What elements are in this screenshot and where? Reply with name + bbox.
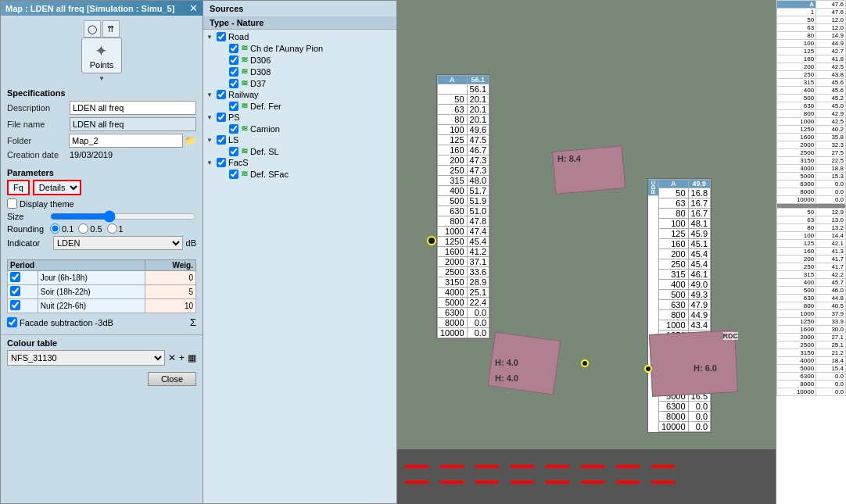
tree-cb-d37[interactable]: [229, 79, 238, 88]
color-palette-button[interactable]: ▦: [188, 352, 196, 363]
tree-item-road[interactable]: ▼ Road: [205, 31, 395, 42]
tree-label-camion: Camion: [250, 124, 280, 134]
arrow-down-icon: ▼: [99, 75, 105, 82]
tree-item-camion[interactable]: ≋ Camion: [217, 123, 395, 134]
h-label-4: H: 6.0: [694, 363, 717, 373]
right-freq: 1600: [777, 326, 816, 334]
center-table-row: 10049.6: [438, 125, 489, 135]
color-delete-button[interactable]: ✕: [168, 352, 176, 363]
center-val: 41.2: [467, 247, 489, 257]
tree-item-d308[interactable]: ≋ D308: [217, 66, 395, 77]
facade-label[interactable]: Facade subtraction -3dB: [7, 317, 113, 327]
rounding-01-radio[interactable]: [50, 223, 60, 234]
tree-children-railway: ≋ Def. Fer: [217, 100, 395, 112]
rounding-01[interactable]: 0.1: [50, 223, 73, 234]
folder-browse-button[interactable]: 📁: [185, 135, 196, 146]
center-freq: 5000: [438, 298, 468, 308]
fq-button[interactable]: Fq: [7, 180, 30, 195]
points-dropdown-arrow[interactable]: ▼: [99, 73, 105, 84]
tree-cb-camion[interactable]: [229, 124, 238, 134]
right-freq: 200: [777, 63, 816, 71]
facade-row: Facade subtraction -3dB Σ: [7, 316, 196, 328]
circle-icon-btn[interactable]: ◯: [84, 20, 101, 38]
display-theme-checkbox[interactable]: [7, 198, 17, 209]
tree-cb-def_sfac[interactable]: [229, 170, 238, 179]
right-table-row: 100000.0: [777, 388, 846, 396]
hatch-icon-d308: ≋: [241, 66, 248, 77]
right-freq: 63: [777, 24, 816, 32]
tree-cb-ls[interactable]: [217, 135, 226, 145]
rounding-1[interactable]: 1: [107, 223, 124, 234]
rounding-05-radio[interactable]: [78, 223, 88, 234]
right-val: 0.0: [816, 188, 846, 196]
right-freq: 2000: [777, 334, 816, 341]
points-button[interactable]: ✦ Points: [81, 38, 123, 73]
tree-cb-def_fer[interactable]: [229, 102, 238, 111]
rdc-freq: 400: [659, 280, 689, 290]
right-table-row: 63000.0: [777, 373, 846, 381]
h-label-1: H: 8.4: [557, 154, 581, 163]
center-freq: 8000: [438, 318, 468, 328]
tree-cb-railway[interactable]: [217, 90, 226, 99]
window-close-button[interactable]: ✕: [189, 3, 198, 13]
right-freq: 315: [777, 271, 816, 279]
tree-item-def_sl[interactable]: ≋ Def. SL: [217, 145, 395, 157]
rdc-table-row: 31546.1: [659, 270, 711, 280]
description-input[interactable]: [70, 101, 196, 115]
tree-cb-road[interactable]: [217, 32, 226, 41]
period-checkbox[interactable]: [10, 286, 20, 296]
tree-cb-def_sl[interactable]: [229, 147, 238, 156]
rdc-val: 47.9: [688, 300, 710, 310]
right-val: 41.8: [816, 55, 846, 63]
specifications-title: Specifications: [7, 88, 196, 98]
tree-cb-ch_aunay[interactable]: [229, 44, 238, 53]
period-checkbox[interactable]: [10, 300, 20, 310]
right-freq: 800: [777, 110, 816, 118]
period-label: Soir (18h-22h): [38, 285, 145, 299]
filename-input[interactable]: [70, 117, 196, 131]
tree-item-d37[interactable]: ≋ D37: [217, 77, 395, 89]
size-slider[interactable]: [50, 211, 196, 222]
period-checkbox[interactable]: [10, 272, 20, 282]
tree-item-d306[interactable]: ≋ D306: [217, 54, 395, 66]
arrows-icon-btn[interactable]: ⇈: [102, 20, 120, 38]
rounding-1-radio[interactable]: [107, 223, 117, 234]
tree-item-ch_aunay[interactable]: ≋ Ch de l'Aunay Pion: [217, 42, 395, 54]
center-table-row: 31548.0: [438, 176, 489, 186]
right-table-row: 100000.0: [777, 196, 846, 204]
close-button[interactable]: Close: [148, 372, 196, 386]
center-val: 47.8: [467, 216, 489, 227]
right-table-row: 10014.4: [777, 232, 846, 240]
tree-item-facs[interactable]: ▼ FacS: [205, 157, 395, 168]
facade-checkbox[interactable]: [7, 317, 17, 327]
tree-item-def_fer[interactable]: ≋ Def. Fer: [217, 100, 395, 112]
folder-input[interactable]: [69, 134, 183, 148]
tree-cb-facs[interactable]: [217, 158, 226, 167]
rdc-val: 16.7: [688, 198, 710, 209]
display-theme-label[interactable]: Display theme: [7, 198, 74, 209]
right-table-row: 12542.1: [777, 240, 846, 248]
tree-label-def_sfac: Def. SFac: [250, 170, 289, 179]
rounding-row: Rounding 0.1 0.5 1: [7, 223, 196, 234]
tree-cb-d306[interactable]: [229, 55, 238, 65]
right-freq: 630: [777, 102, 816, 110]
details-select[interactable]: Details Simple Full: [33, 180, 81, 195]
tree-cb-d308[interactable]: [229, 67, 238, 77]
center-table-row: 6320.1: [438, 105, 489, 115]
tree-label-d37: D37: [250, 79, 266, 88]
tree-item-def_sfac[interactable]: ≋ Def. SFac: [217, 168, 395, 180]
rdc-freq: 500: [659, 290, 689, 300]
color-table-row: NFS_31130ISOCustom ✕ + ▦: [7, 350, 196, 366]
tree-arrow-ps: ▼: [206, 114, 214, 121]
color-table-select[interactable]: NFS_31130ISOCustom: [7, 350, 165, 366]
tree-cb-ps[interactable]: [217, 113, 226, 122]
tree-item-railway[interactable]: ▼ Railway: [205, 89, 395, 100]
rounding-05[interactable]: 0.5: [78, 223, 102, 234]
right-table-row: 20041.7: [777, 256, 846, 263]
tree-item-ls[interactable]: ▼ LS: [205, 134, 395, 145]
right-table-val-header: 47.6: [816, 1, 846, 9]
color-add-button[interactable]: +: [179, 352, 185, 363]
tree-item-ps[interactable]: ▼ PS: [205, 112, 395, 123]
period-label: Jour (6h-18h): [38, 271, 145, 285]
indicator-select[interactable]: LDENLDayLEveningLNight: [53, 236, 183, 250]
